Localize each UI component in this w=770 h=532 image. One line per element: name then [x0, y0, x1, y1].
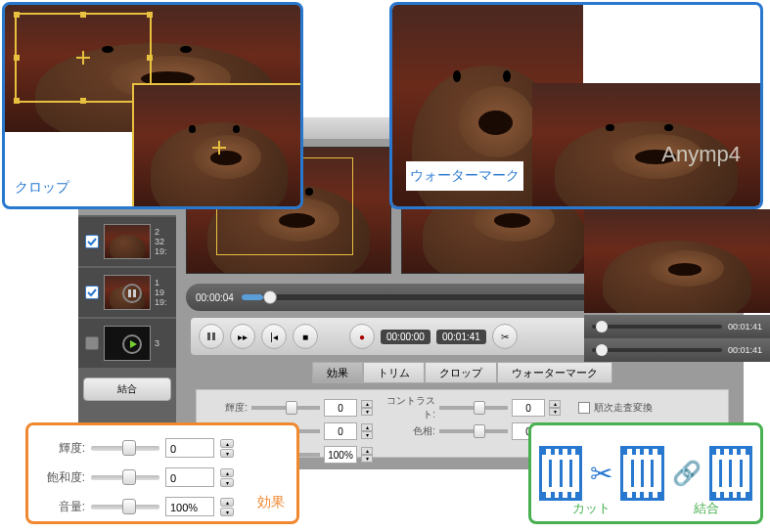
volume-label: 音量:: [38, 499, 85, 515]
watermark-label: ウォーターマーク: [406, 161, 523, 191]
watermark-text: Anymp4: [661, 142, 741, 167]
film-icon: [709, 446, 752, 501]
merge-label: 結合: [694, 500, 719, 517]
merge-button[interactable]: 結合: [83, 377, 171, 401]
brightness-label: 輝度:: [38, 440, 85, 457]
next-frame-button[interactable]: ▸▸: [230, 324, 255, 349]
clip-checkbox[interactable]: [85, 286, 99, 299]
film-icon: [539, 446, 582, 501]
mini-time: 00:01:41: [728, 322, 762, 332]
spinner[interactable]: ▴▾: [220, 498, 234, 516]
mini-time: 00:01:41: [728, 345, 762, 355]
brightness-label: 輝度:: [204, 401, 248, 415]
clip-checkbox[interactable]: [85, 235, 99, 248]
brightness-value[interactable]: 0: [165, 438, 214, 458]
cut-merge-callout: ✂ 🔗 カット 結合: [528, 422, 763, 524]
effect-callout: 輝度: 0 ▴▾ 飽和度: 0 ▴▾ 音量: 100% ▴▾ 効果: [25, 422, 299, 524]
play-button[interactable]: [122, 334, 142, 354]
volume-slider[interactable]: [91, 505, 159, 510]
cut-label: カット: [572, 500, 611, 517]
mini-timeline[interactable]: 00:01:41: [584, 315, 770, 338]
crop-zoom-preview: [132, 83, 303, 209]
pause-button[interactable]: [199, 324, 224, 349]
time-end: 00:01:41: [436, 330, 486, 344]
film-icon: [620, 446, 663, 501]
brightness-slider[interactable]: [251, 406, 320, 410]
preview-frame: [584, 209, 770, 313]
spinner[interactable]: ▴▾: [220, 468, 234, 487]
watermark-callout: Anymp4 ウォーターマーク: [389, 2, 763, 209]
clip-info: 3: [155, 338, 159, 348]
hue-label: 色相:: [377, 424, 435, 438]
snapshot-button[interactable]: ✂: [492, 324, 518, 349]
tab-effect[interactable]: 効果: [312, 362, 363, 383]
prev-button[interactable]: |◂: [261, 324, 287, 349]
saturation-slider[interactable]: [91, 475, 159, 480]
saturation-spinner[interactable]: ▴▾: [361, 423, 373, 439]
tab-crop[interactable]: クロップ: [425, 362, 497, 383]
contrast-slider[interactable]: [439, 406, 508, 410]
mini-timeline[interactable]: 00:01:41: [584, 338, 770, 362]
hue-slider[interactable]: [439, 429, 508, 433]
contrast-label: コントラスト:: [377, 394, 435, 421]
right-preview-stack: 00:01:41 00:01:41: [584, 209, 770, 424]
tab-trim[interactable]: トリム: [363, 362, 425, 383]
brightness-spinner[interactable]: ▴▾: [361, 400, 373, 416]
clip-checkbox[interactable]: [85, 336, 99, 350]
time-start: 00:00:00: [381, 330, 430, 344]
timeline-knob[interactable]: [263, 290, 277, 304]
spinner[interactable]: ▴▾: [220, 439, 234, 458]
clip-item[interactable]: 3: [78, 319, 176, 368]
clip-thumbnail: [104, 224, 151, 259]
clip-info: 23219:: [155, 227, 167, 256]
crop-selection[interactable]: [15, 13, 152, 103]
volume-spinner[interactable]: ▴▾: [361, 447, 373, 463]
clip-item[interactable]: 23219:: [78, 217, 176, 266]
clip-item[interactable]: 11919:: [78, 268, 176, 317]
stop-button[interactable]: ■: [293, 324, 318, 349]
contrast-value[interactable]: 0: [512, 399, 545, 417]
clip-info: 11919:: [155, 278, 167, 307]
chain-icon: 🔗: [672, 460, 702, 487]
scissors-icon: ✂: [590, 458, 612, 490]
saturation-label: 飽和度:: [38, 469, 85, 486]
volume-value[interactable]: 100%: [165, 497, 214, 516]
brightness-value[interactable]: 0: [324, 399, 357, 417]
crop-label: クロップ: [15, 179, 69, 197]
current-time: 00:00:04: [196, 292, 234, 303]
volume-value[interactable]: 100%: [324, 446, 357, 464]
effect-title: 効果: [257, 494, 285, 511]
crop-callout: クロップ: [2, 2, 303, 209]
pause-button[interactable]: [122, 284, 142, 303]
brightness-slider[interactable]: [91, 446, 159, 451]
saturation-value[interactable]: 0: [324, 422, 357, 440]
record-button[interactable]: ●: [349, 324, 375, 349]
saturation-value[interactable]: 0: [165, 467, 214, 487]
contrast-spinner[interactable]: ▴▾: [549, 400, 561, 416]
